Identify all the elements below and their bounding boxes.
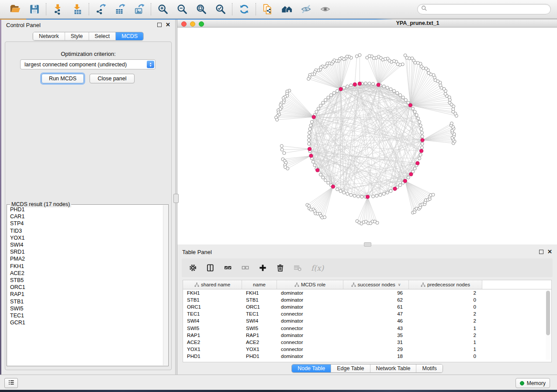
table-cell[interactable]: connector [277, 347, 343, 352]
table-cell[interactable]: 35 [343, 333, 409, 338]
network-node[interactable] [308, 135, 311, 138]
network-node[interactable] [407, 176, 410, 179]
network-node[interactable] [448, 101, 451, 104]
table-cell[interactable]: 2 [409, 318, 482, 323]
network-node[interactable] [308, 127, 311, 131]
network-node-mcds[interactable] [377, 83, 380, 86]
network-node[interactable] [427, 72, 430, 75]
network-node[interactable] [332, 91, 336, 94]
table-row[interactable]: RAP1RAP1dominator352 [183, 332, 551, 339]
network-node[interactable] [375, 194, 378, 197]
network-node[interactable] [432, 74, 435, 77]
mcds-result-item[interactable]: FKH1 [7, 263, 163, 270]
network-node[interactable] [404, 99, 407, 102]
network-node[interactable] [353, 194, 356, 197]
table-row[interactable]: SWI5SWI5connector431 [183, 324, 551, 331]
import-table-icon[interactable] [71, 3, 83, 15]
network-node[interactable] [343, 86, 346, 89]
network-node[interactable] [413, 110, 416, 113]
network-node[interactable] [336, 89, 339, 93]
table-cell[interactable]: 2 [409, 290, 482, 296]
table-cell[interactable]: 2 [409, 311, 482, 316]
minimize-window-icon[interactable] [190, 21, 195, 27]
columns-icon[interactable] [206, 264, 214, 272]
table-cell[interactable]: 1 [409, 340, 482, 345]
network-node[interactable] [366, 56, 369, 59]
table-cell[interactable]: PHD1 [242, 354, 277, 359]
network-node[interactable] [415, 113, 418, 117]
network-node[interactable] [315, 110, 318, 113]
network-node[interactable] [308, 139, 311, 142]
select-all-icon[interactable] [224, 264, 232, 272]
network-node[interactable] [425, 67, 428, 70]
table-cell[interactable]: FKH1 [183, 290, 242, 296]
float-table-panel-icon[interactable] [539, 250, 543, 254]
network-node-mcds[interactable] [421, 138, 424, 142]
network-node[interactable] [323, 216, 326, 219]
mcds-result-item[interactable]: RAP1 [7, 291, 163, 298]
table-cell[interactable]: PHD1 [183, 354, 242, 359]
network-node-mcds[interactable] [393, 187, 397, 190]
network-node[interactable] [322, 101, 325, 104]
table-cell[interactable]: 31 [343, 340, 409, 345]
column-header-successor-nodes[interactable]: successor nodes∨ [343, 280, 409, 289]
table-cell[interactable]: 61 [343, 304, 409, 309]
table-cell[interactable]: FKH1 [242, 290, 277, 296]
table-cell[interactable]: 43 [343, 326, 409, 331]
network-node[interactable] [372, 83, 375, 86]
close-panel-button[interactable]: Close panel [90, 74, 135, 83]
table-cell[interactable]: STB1 [183, 297, 242, 303]
table-cell[interactable]: SWI4 [183, 318, 242, 323]
network-node[interactable] [396, 91, 399, 94]
optimization-criterion-select[interactable]: largest connected component (undirected)… [20, 59, 156, 69]
network-node[interactable] [421, 142, 424, 145]
table-cell[interactable]: 62 [343, 297, 409, 303]
table-scrollbar[interactable] [546, 290, 550, 360]
network-node[interactable] [349, 193, 353, 196]
network-node[interactable] [307, 77, 310, 80]
export-image-icon[interactable] [133, 3, 145, 15]
network-node[interactable] [404, 54, 407, 57]
table-row[interactable]: YOX1YOX1connector291 [183, 346, 551, 353]
network-node[interactable] [418, 120, 421, 124]
table-cell[interactable]: ACE2 [183, 340, 242, 345]
home-icon[interactable] [281, 3, 293, 15]
network-node[interactable] [327, 181, 330, 184]
table-cell[interactable]: SWI5 [242, 326, 277, 331]
network-node[interactable] [444, 93, 447, 96]
table-cell[interactable]: dominator [277, 297, 343, 303]
network-node[interactable] [346, 193, 349, 196]
close-table-panel-icon[interactable]: ✕ [547, 250, 552, 254]
show-graphics-details-icon[interactable] [319, 3, 331, 15]
mcds-result-item[interactable]: TID3 [7, 227, 163, 234]
network-node[interactable] [310, 120, 313, 124]
network-node-mcds[interactable] [403, 179, 407, 182]
memory-button[interactable]: Memory [515, 378, 550, 388]
network-node[interactable] [379, 193, 382, 196]
mcds-result-item[interactable]: SRD1 [7, 248, 163, 255]
table-cell[interactable]: SWI5 [183, 326, 242, 331]
network-canvas[interactable] [177, 27, 557, 244]
network-node[interactable] [364, 82, 367, 85]
table-cell[interactable]: 0 [409, 354, 482, 359]
column-header-predecessor-nodes[interactable]: predecessor nodes [409, 280, 482, 289]
table-cell[interactable]: ORC1 [242, 304, 277, 309]
table-cell[interactable]: 96 [343, 290, 409, 296]
network-node[interactable] [386, 86, 389, 89]
network-node[interactable] [286, 167, 289, 170]
table-row[interactable]: ACE2ACE2connector311 [183, 339, 551, 346]
network-node[interactable] [450, 122, 453, 125]
network-node[interactable] [412, 107, 415, 110]
close-panel-icon[interactable]: ✕ [166, 23, 170, 27]
table-cell[interactable]: 1 [409, 347, 482, 352]
table-cell[interactable]: ACE2 [242, 340, 277, 345]
network-node[interactable] [309, 124, 312, 127]
search-input[interactable] [429, 6, 547, 13]
network-node[interactable] [399, 93, 402, 96]
table-cell[interactable]: YOX1 [242, 347, 277, 352]
tab-mcds[interactable]: MCDS [115, 32, 143, 40]
table-cell[interactable]: connector [277, 340, 343, 345]
task-history-button[interactable] [4, 378, 18, 388]
network-node[interactable] [413, 167, 416, 170]
mcds-result-item[interactable]: SWI5 [7, 305, 163, 312]
